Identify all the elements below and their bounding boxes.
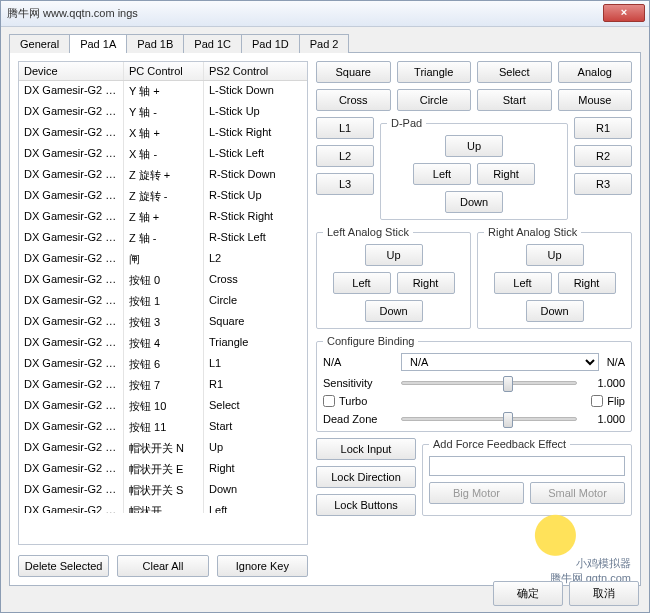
- table-body[interactable]: DX Gamesir-G2 1...Y 轴 +L-Stick DownDX Ga…: [19, 81, 307, 513]
- binding-combo[interactable]: N/A: [401, 353, 599, 371]
- table-row[interactable]: DX Gamesir-G2 1...按钮 7R1: [19, 375, 307, 396]
- dpad-up-button[interactable]: Up: [445, 135, 503, 157]
- cfg-na-right: N/A: [607, 356, 625, 368]
- col-pc[interactable]: PC Control: [124, 62, 204, 80]
- cell-pc: 按钮 1: [124, 291, 204, 312]
- table-row[interactable]: DX Gamesir-G2 1...按钮 11Start: [19, 417, 307, 438]
- las-right-button[interactable]: Right: [397, 272, 455, 294]
- ffb-combo[interactable]: [429, 456, 625, 476]
- cell-ps2: L-Stick Down: [204, 81, 299, 102]
- table-row[interactable]: DX Gamesir-G2 1...Z 旋转 -R-Stick Up: [19, 186, 307, 207]
- cell-pc: Y 轴 -: [124, 102, 204, 123]
- tab-pad-1d[interactable]: Pad 1D: [241, 34, 300, 53]
- cancel-button[interactable]: 取消: [569, 581, 639, 606]
- las-up-button[interactable]: Up: [365, 244, 423, 266]
- deadzone-slider[interactable]: [401, 417, 577, 421]
- tab-general[interactable]: General: [9, 34, 70, 53]
- controls-panel: Square Triangle Select Analog Cross Circ…: [316, 61, 632, 577]
- table-row[interactable]: DX Gamesir-G2 1...Z 轴 +R-Stick Right: [19, 207, 307, 228]
- table-row[interactable]: DX Gamesir-G2 1...按钮 3Square: [19, 312, 307, 333]
- r1-button[interactable]: R1: [574, 117, 632, 139]
- las-left-button[interactable]: Left: [333, 272, 391, 294]
- right-stick-group: Right Analog Stick Up Left Right Down: [477, 226, 632, 329]
- las-down-button[interactable]: Down: [365, 300, 423, 322]
- triangle-button[interactable]: Triangle: [397, 61, 472, 83]
- tab-pad-1a[interactable]: Pad 1A: [69, 34, 127, 53]
- table-row[interactable]: DX Gamesir-G2 1...按钮 6L1: [19, 354, 307, 375]
- table-row[interactable]: DX Gamesir-G2 1...按钮 1Circle: [19, 291, 307, 312]
- cell-pc: 帽状开关 S: [124, 480, 204, 501]
- table-row[interactable]: DX Gamesir-G2 1...Z 轴 -R-Stick Left: [19, 228, 307, 249]
- clear-all-button[interactable]: Clear All: [117, 555, 208, 577]
- big-motor-button[interactable]: Big Motor: [429, 482, 524, 504]
- left-button-row: Delete Selected Clear All Ignore Key: [18, 555, 308, 577]
- ras-right-button[interactable]: Right: [558, 272, 616, 294]
- l3-button[interactable]: L3: [316, 173, 374, 195]
- cross-button[interactable]: Cross: [316, 89, 391, 111]
- ras-left-button[interactable]: Left: [494, 272, 552, 294]
- sensitivity-slider[interactable]: [401, 381, 577, 385]
- col-device[interactable]: Device: [19, 62, 124, 80]
- dpad-left-button[interactable]: Left: [413, 163, 471, 185]
- table-row[interactable]: DX Gamesir-G2 1...X 轴 +L-Stick Right: [19, 123, 307, 144]
- cell-device: DX Gamesir-G2 1...: [19, 228, 124, 249]
- table-row[interactable]: DX Gamesir-G2 1...闸L2: [19, 249, 307, 270]
- table-row[interactable]: DX Gamesir-G2 1...帽状开...Left: [19, 501, 307, 513]
- dpad-down-button[interactable]: Down: [445, 191, 503, 213]
- small-motor-button[interactable]: Small Motor: [530, 482, 625, 504]
- flip-checkbox[interactable]: Flip: [591, 395, 625, 407]
- table-row[interactable]: DX Gamesir-G2 1...帽状开关 SDown: [19, 480, 307, 501]
- l-column: L1 L2 L3: [316, 117, 374, 220]
- dpad-right-button[interactable]: Right: [477, 163, 535, 185]
- lock-buttons-button[interactable]: Lock Buttons: [316, 494, 416, 516]
- delete-selected-button[interactable]: Delete Selected: [18, 555, 109, 577]
- table-row[interactable]: DX Gamesir-G2 1...Y 轴 -L-Stick Up: [19, 102, 307, 123]
- cell-pc: 按钮 11: [124, 417, 204, 438]
- cell-ps2: R-Stick Down: [204, 165, 299, 186]
- ras-up-button[interactable]: Up: [526, 244, 584, 266]
- table-row[interactable]: DX Gamesir-G2 1...X 轴 -L-Stick Left: [19, 144, 307, 165]
- cell-device: DX Gamesir-G2 1...: [19, 396, 124, 417]
- table-row[interactable]: DX Gamesir-G2 1...按钮 0Cross: [19, 270, 307, 291]
- cell-device: DX Gamesir-G2 1...: [19, 501, 124, 513]
- turbo-checkbox[interactable]: Turbo: [323, 395, 367, 407]
- start-button[interactable]: Start: [477, 89, 552, 111]
- cell-ps2: Up: [204, 438, 299, 459]
- square-button[interactable]: Square: [316, 61, 391, 83]
- tab-pad-1c[interactable]: Pad 1C: [183, 34, 242, 53]
- table-row[interactable]: DX Gamesir-G2 1...Y 轴 +L-Stick Down: [19, 81, 307, 102]
- cell-ps2: Right: [204, 459, 299, 480]
- select-button[interactable]: Select: [477, 61, 552, 83]
- tab-pad-1b[interactable]: Pad 1B: [126, 34, 184, 53]
- table-row[interactable]: DX Gamesir-G2 1...帽状开关 ERight: [19, 459, 307, 480]
- table-row[interactable]: DX Gamesir-G2 1...帽状开关 NUp: [19, 438, 307, 459]
- mouse-button[interactable]: Mouse: [558, 89, 633, 111]
- circle-button[interactable]: Circle: [397, 89, 472, 111]
- cell-pc: 按钮 6: [124, 354, 204, 375]
- cell-pc: Z 旋转 -: [124, 186, 204, 207]
- ignore-key-button[interactable]: Ignore Key: [217, 555, 308, 577]
- slider-thumb[interactable]: [503, 376, 513, 392]
- table-row[interactable]: DX Gamesir-G2 1...按钮 10Select: [19, 396, 307, 417]
- table-row[interactable]: DX Gamesir-G2 1...按钮 4Triangle: [19, 333, 307, 354]
- r3-button[interactable]: R3: [574, 173, 632, 195]
- cell-device: DX Gamesir-G2 1...: [19, 459, 124, 480]
- close-button[interactable]: ×: [603, 4, 645, 22]
- cell-ps2: R-Stick Up: [204, 186, 299, 207]
- cell-pc: 按钮 10: [124, 396, 204, 417]
- table-row[interactable]: DX Gamesir-G2 1...Z 旋转 +R-Stick Down: [19, 165, 307, 186]
- r2-button[interactable]: R2: [574, 145, 632, 167]
- lock-direction-button[interactable]: Lock Direction: [316, 466, 416, 488]
- lock-input-button[interactable]: Lock Input: [316, 438, 416, 460]
- ok-button[interactable]: 确定: [493, 581, 563, 606]
- tab-pad-2[interactable]: Pad 2: [299, 34, 350, 53]
- cell-device: DX Gamesir-G2 1...: [19, 249, 124, 270]
- col-ps2[interactable]: PS2 Control: [204, 62, 299, 80]
- l1-button[interactable]: L1: [316, 117, 374, 139]
- analog-button[interactable]: Analog: [558, 61, 633, 83]
- ras-down-button[interactable]: Down: [526, 300, 584, 322]
- l2-button[interactable]: L2: [316, 145, 374, 167]
- cell-ps2: Select: [204, 396, 299, 417]
- slider-thumb[interactable]: [503, 412, 513, 428]
- analog-sticks-row: Left Analog Stick Up Left Right Down Rig…: [316, 226, 632, 329]
